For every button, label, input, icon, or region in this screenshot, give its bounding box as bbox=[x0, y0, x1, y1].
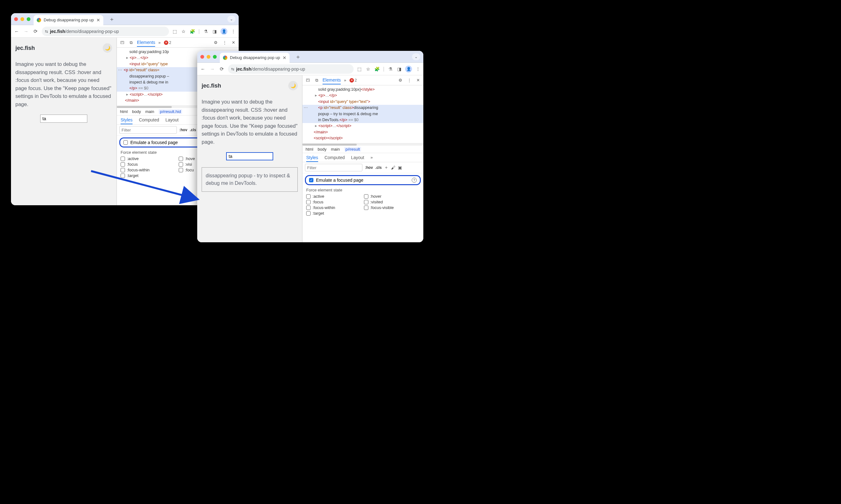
hov-toggle[interactable]: :hov bbox=[179, 128, 187, 132]
ellipsis-icon[interactable]: ⋯ bbox=[304, 105, 308, 111]
install-app-icon[interactable]: ⬚ bbox=[172, 29, 178, 34]
device-toggle-icon[interactable]: ⧉ bbox=[314, 78, 319, 83]
emulate-checkbox[interactable]: ✓ bbox=[309, 178, 313, 182]
forward-button[interactable]: → bbox=[23, 28, 29, 35]
browser-menu-icon[interactable]: ⋮ bbox=[230, 29, 236, 34]
close-window-icon[interactable] bbox=[200, 55, 204, 59]
back-button[interactable]: ← bbox=[14, 28, 20, 35]
sidepanel-icon[interactable]: ◨ bbox=[396, 67, 402, 72]
styles-filter-input[interactable] bbox=[305, 164, 363, 172]
state-target[interactable]: :target bbox=[121, 173, 177, 178]
address-bar[interactable]: ⇆ jec.fish/demo/disappearing-pop-up bbox=[42, 27, 169, 36]
ellipsis-icon[interactable]: ⋯ bbox=[118, 67, 122, 73]
back-button[interactable]: ← bbox=[200, 66, 206, 72]
address-bar[interactable]: ⇆ jec.fish/demo/disappearing-pop-up bbox=[228, 64, 354, 74]
help-icon[interactable]: ? bbox=[412, 178, 417, 183]
labs-icon[interactable]: ⚗ bbox=[387, 67, 393, 72]
tab-computed[interactable]: Computed bbox=[139, 118, 159, 124]
tab-layout[interactable]: Layout bbox=[165, 118, 179, 124]
tab-computed[interactable]: Computed bbox=[325, 155, 345, 162]
settings-icon[interactable]: ⚙ bbox=[398, 78, 403, 83]
tab-elements[interactable]: Elements bbox=[322, 76, 341, 85]
dom-line-selected: <p id="result" class>dissappearing bbox=[302, 105, 423, 111]
more-tabs-icon[interactable]: » bbox=[158, 40, 160, 45]
browser-tab[interactable]: Debug disappearing pop up ✕ bbox=[34, 15, 103, 25]
tab-elements[interactable]: Elements bbox=[137, 39, 155, 47]
breadcrumb-current[interactable]: p#result bbox=[344, 147, 361, 151]
state-active[interactable]: :active bbox=[121, 156, 177, 161]
state-visited[interactable]: :visited bbox=[364, 200, 420, 204]
devtools-close-icon[interactable]: ✕ bbox=[415, 78, 421, 83]
tab-close-icon[interactable]: ✕ bbox=[97, 18, 100, 23]
styles-filter-input[interactable] bbox=[119, 126, 177, 134]
theme-toggle-icon[interactable]: 🌙 bbox=[103, 43, 112, 53]
state-focus[interactable]: :focus bbox=[121, 162, 177, 167]
state-focus-within[interactable]: :focus-within bbox=[121, 167, 177, 172]
inspect-icon[interactable]: ⮹ bbox=[305, 78, 311, 83]
inspect-icon[interactable]: ⮹ bbox=[119, 40, 125, 45]
site-settings-icon[interactable]: ⇆ bbox=[231, 67, 234, 71]
extensions-icon[interactable]: 🧩 bbox=[190, 29, 195, 34]
emulate-focused-page-row[interactable]: ✓ Emulate a focused page ? bbox=[305, 175, 421, 185]
state-hover[interactable]: :hover bbox=[364, 194, 420, 199]
minimize-window-icon[interactable] bbox=[20, 17, 24, 21]
tab-close-icon[interactable]: ✕ bbox=[283, 55, 286, 60]
horizontal-scrollbar[interactable] bbox=[302, 143, 423, 146]
devtools-menu-icon[interactable]: ⋮ bbox=[222, 40, 227, 45]
profile-avatar[interactable]: 👤 bbox=[405, 66, 412, 72]
dom-tree[interactable]: solid gray;padding:10px}</style> <p>…</p… bbox=[302, 85, 423, 143]
state-target[interactable]: :target bbox=[306, 211, 362, 216]
minimize-window-icon[interactable] bbox=[207, 55, 210, 59]
theme-toggle-icon[interactable]: 🌙 bbox=[288, 81, 298, 90]
url-path: /demo/disappearing-pop-up bbox=[65, 29, 119, 34]
state-active[interactable]: :active bbox=[306, 194, 362, 199]
breadcrumb-current[interactable]: p#result.hid bbox=[159, 109, 182, 114]
query-input[interactable] bbox=[40, 114, 87, 123]
tab-layout[interactable]: Layout bbox=[351, 155, 364, 162]
more-tabs-icon[interactable]: » bbox=[344, 78, 346, 83]
breadcrumb[interactable]: html body main p#result bbox=[302, 146, 423, 153]
browser-menu-icon[interactable]: ⋮ bbox=[415, 67, 421, 72]
hov-toggle[interactable]: :hov bbox=[365, 165, 373, 170]
error-badge[interactable]: ✕2 bbox=[350, 78, 357, 83]
maximize-window-icon[interactable] bbox=[27, 17, 31, 21]
maximize-window-icon[interactable] bbox=[213, 55, 217, 59]
error-badge[interactable]: ✕2 bbox=[164, 40, 172, 45]
reload-button[interactable]: ⟳ bbox=[218, 66, 225, 72]
new-tab-button[interactable]: ＋ bbox=[109, 15, 115, 23]
devtools-close-icon[interactable]: ✕ bbox=[230, 40, 236, 45]
bookmark-icon[interactable]: ☆ bbox=[181, 29, 187, 34]
state-focus-within[interactable]: :focus-within bbox=[306, 205, 362, 210]
browser-tab[interactable]: Debug disappearing pop up ✕ bbox=[220, 53, 290, 63]
cls-toggle[interactable]: .cls bbox=[190, 128, 196, 132]
new-style-rule-icon[interactable]: ＋ bbox=[384, 165, 388, 170]
devtools-menu-icon[interactable]: ⋮ bbox=[406, 78, 412, 83]
tab-styles[interactable]: Styles bbox=[121, 118, 133, 124]
reload-button[interactable]: ⟳ bbox=[32, 28, 39, 35]
tab-styles[interactable]: Styles bbox=[306, 155, 318, 162]
state-focus-visible[interactable]: :focus-visible bbox=[364, 205, 420, 210]
profile-avatar[interactable]: 👤 bbox=[221, 28, 227, 35]
device-toggle-icon[interactable]: ⧉ bbox=[128, 40, 134, 45]
query-input[interactable] bbox=[226, 152, 273, 160]
emulate-checkbox[interactable] bbox=[123, 140, 128, 145]
site-settings-icon[interactable]: ⇆ bbox=[45, 29, 48, 34]
cls-toggle[interactable]: .cls bbox=[375, 165, 382, 170]
close-window-icon[interactable] bbox=[14, 17, 18, 21]
settings-icon[interactable]: ⚙ bbox=[213, 40, 218, 45]
sidepanel-icon[interactable]: ◨ bbox=[212, 29, 217, 34]
new-tab-button[interactable]: ＋ bbox=[295, 53, 301, 60]
bookmark-icon[interactable]: ☆ bbox=[366, 67, 371, 72]
favicon-icon bbox=[37, 18, 41, 22]
state-focus[interactable]: :focus bbox=[306, 200, 362, 204]
extensions-icon[interactable]: 🧩 bbox=[374, 67, 380, 72]
labs-icon[interactable]: ⚗ bbox=[203, 29, 209, 34]
computed-styles-icon[interactable]: 🖌 bbox=[391, 165, 396, 170]
forward-button[interactable]: → bbox=[209, 66, 215, 72]
tabs-dropdown-icon[interactable]: ⌄ bbox=[227, 16, 235, 23]
tabs-dropdown-icon[interactable]: ⌄ bbox=[412, 53, 420, 60]
more-tabs-icon[interactable]: » bbox=[371, 155, 373, 162]
toggle-sidebar-icon[interactable]: ▣ bbox=[398, 165, 402, 170]
dom-line: <input id="query" type="text"> bbox=[302, 99, 423, 105]
install-app-icon[interactable]: ⬚ bbox=[357, 67, 363, 72]
